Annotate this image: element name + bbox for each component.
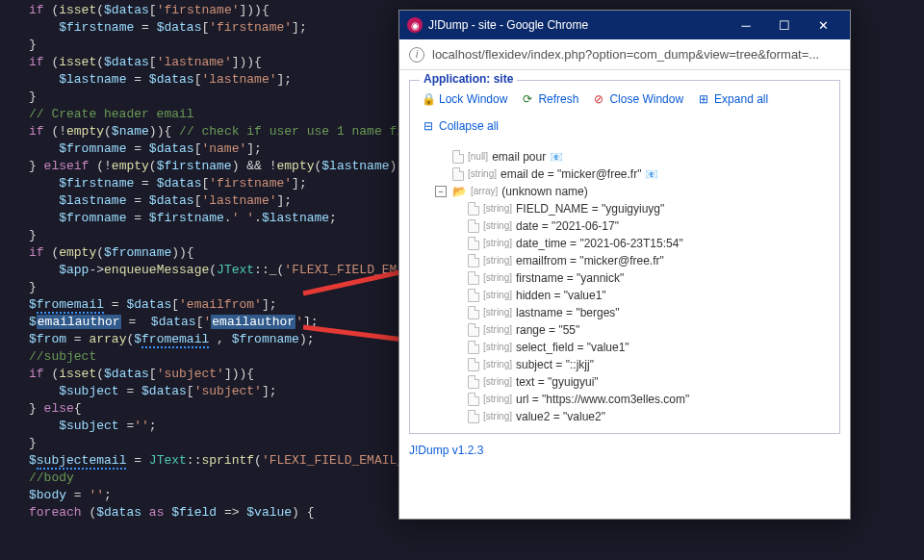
tree-node-string[interactable]: [string]subject = "::jkjj" [468, 356, 832, 373]
tree-node-string[interactable]: [string] email de = "micker@free.fr" 📧 [435, 165, 832, 183]
file-icon [468, 219, 479, 233]
refresh-link[interactable]: ⟳Refresh [521, 92, 578, 106]
close-icon: ⊘ [592, 92, 605, 106]
info-icon[interactable]: i [409, 47, 424, 63]
app-icon: ◉ [407, 17, 423, 33]
file-icon [468, 289, 479, 302]
tree-node-string[interactable]: [string]FIELD_NAME = "yguigyiuyg" [468, 200, 832, 217]
lock-icon: 🔒 [422, 92, 435, 106]
tree-node-string[interactable]: [string]date_time = "2021-06-23T15:54" [468, 235, 832, 252]
minimize-button[interactable]: ─ [727, 18, 765, 33]
file-icon [468, 323, 479, 337]
tree-node-string[interactable]: [string]date = "2021-06-17" [468, 217, 832, 235]
file-icon [468, 306, 479, 319]
folder-icon: 📂 [452, 183, 467, 200]
file-icon [452, 150, 464, 164]
envelope-icon: 📧 [550, 148, 563, 165]
tree-node-string[interactable]: [string]value2 = "value2" [468, 408, 832, 425]
expand-all-link[interactable]: ⊞Expand all [697, 92, 768, 106]
tree-node-null[interactable]: [null] email pour 📧 [435, 148, 832, 165]
tree-node-string[interactable]: [string]select_field = "value1" [468, 339, 832, 356]
envelope-icon: 📧 [645, 165, 658, 183]
jdump-popup-window: ◉ J!Dump - site - Google Chrome ─ ☐ ✕ i … [398, 10, 851, 520]
tree-node-string[interactable]: [string]emailfrom = "micker@free.fr" [468, 252, 832, 269]
file-icon [468, 358, 479, 371]
maximize-button[interactable]: ☐ [765, 18, 804, 33]
close-button[interactable]: ✕ [804, 18, 842, 33]
tree-node-string[interactable]: [string]range = "55" [468, 321, 832, 339]
collapse-icon: ⊟ [422, 119, 435, 133]
tree-node-string[interactable]: [string]text = "gyuigyui" [468, 373, 832, 391]
url-text: localhost/flexidev/index.php?option=com_… [432, 47, 819, 62]
file-icon [468, 393, 479, 406]
collapse-toggle-icon[interactable]: − [435, 186, 447, 197]
refresh-icon: ⟳ [521, 92, 534, 106]
tree-node-string[interactable]: [string]url = "https://www.com3elles.com… [468, 391, 832, 408]
tree-node-string[interactable]: [string]lastname = "berges" [468, 304, 832, 321]
tree-node-string[interactable]: [string]firstname = "yannick" [468, 269, 832, 287]
close-window-link[interactable]: ⊘Close Window [592, 92, 683, 106]
file-icon [452, 167, 464, 181]
dump-tree: [null] email pour 📧 [string] email de = … [418, 148, 832, 425]
file-icon [468, 410, 479, 423]
expand-icon: ⊞ [697, 92, 710, 106]
window-titlebar: ◉ J!Dump - site - Google Chrome ─ ☐ ✕ [399, 11, 850, 39]
file-icon [468, 254, 479, 267]
lock-window-link[interactable]: 🔒Lock Window [422, 92, 507, 106]
window-title: J!Dump - site - Google Chrome [428, 18, 727, 32]
tree-children: [string]FIELD_NAME = "yguigyiuyg"[string… [435, 200, 832, 425]
dump-toolbar: 🔒Lock Window ⟳Refresh ⊘Close Window ⊞Exp… [418, 89, 832, 142]
file-icon [468, 237, 479, 250]
collapse-all-link[interactable]: ⊟Collapse all [422, 119, 499, 133]
file-icon [468, 375, 479, 389]
file-icon [468, 202, 479, 216]
tree-node-array[interactable]: − 📂 [array] (unknown name) [435, 183, 832, 200]
version-link[interactable]: J!Dump v1.2.3 [409, 444, 840, 457]
file-icon [468, 271, 479, 285]
fieldset-legend: Application: site [420, 72, 517, 86]
popup-content: Application: site 🔒Lock Window ⟳Refresh … [399, 70, 850, 519]
file-icon [468, 341, 479, 354]
tree-node-string[interactable]: [string]hidden = "value1" [468, 287, 832, 304]
browser-addressbar[interactable]: i localhost/flexidev/index.php?option=co… [399, 39, 850, 70]
